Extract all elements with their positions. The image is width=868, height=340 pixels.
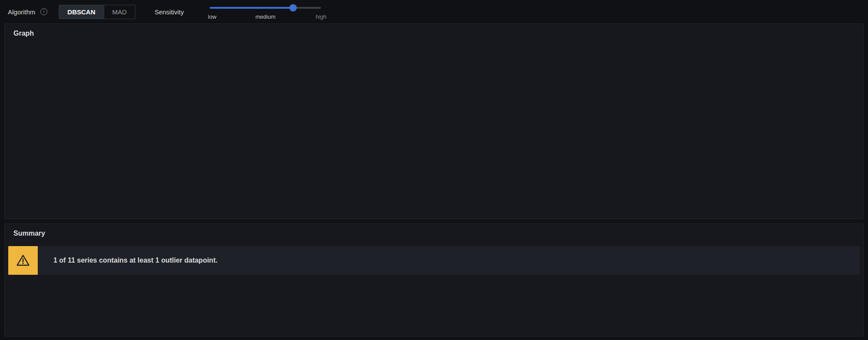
- algorithm-label: Algorithm: [8, 8, 35, 16]
- slider-label-medium: medium: [255, 13, 275, 20]
- info-icon[interactable]: i: [40, 8, 47, 15]
- slider-label-high: high: [316, 13, 327, 20]
- graph-panel: Graph: [4, 23, 864, 219]
- warning-icon: [8, 246, 38, 275]
- outlier-alert: 1 of 11 series contains at least 1 outli…: [8, 246, 860, 275]
- slider-handle[interactable]: [290, 4, 297, 11]
- dbscan-button[interactable]: DBSCAN: [59, 5, 103, 19]
- timeseries-chart[interactable]: [5, 43, 135, 108]
- summary-panel-title: Summary: [5, 224, 863, 237]
- sensitivity-label: Sensitivity: [155, 8, 184, 16]
- mad-button[interactable]: MAD: [104, 5, 135, 19]
- sensitivity-slider[interactable]: low medium high: [210, 2, 321, 23]
- slider-fill: [210, 7, 293, 9]
- graph-panel-title: Graph: [5, 24, 863, 37]
- alert-text: 1 of 11 series contains at least 1 outli…: [53, 257, 218, 264]
- slider-label-low: low: [208, 13, 217, 20]
- chart-area: [5, 43, 863, 219]
- summary-panel: Summary 1 of 11 series contains at least…: [4, 223, 864, 337]
- toolbar: Algorithm i DBSCAN MAD Sensitivity low m…: [0, 0, 868, 23]
- slider-track[interactable]: [210, 7, 321, 9]
- algorithm-toggle-group: DBSCAN MAD: [59, 5, 135, 19]
- outlier-detection-page: Algorithm i DBSCAN MAD Sensitivity low m…: [0, 0, 868, 340]
